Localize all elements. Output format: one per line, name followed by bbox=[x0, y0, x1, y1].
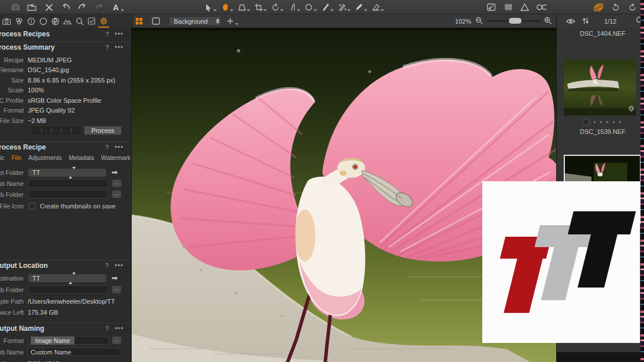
pan-hand-icon[interactable] bbox=[220, 2, 230, 12]
format-input[interactable]: Image Name bbox=[28, 336, 109, 345]
redo-icon[interactable] bbox=[77, 2, 87, 12]
zoom-in-icon[interactable] bbox=[544, 16, 552, 27]
sample-row: Sample DSC_1540 bbox=[0, 358, 132, 362]
exposure-evaluation-icon[interactable] bbox=[486, 2, 496, 12]
process-recipes-header[interactable]: Process Recipes ? ••• bbox=[0, 29, 132, 39]
sub-name-token-button[interactable]: ... bbox=[112, 180, 121, 187]
job-name-input[interactable]: Custom Name bbox=[28, 348, 120, 356]
zoom-out-icon[interactable] bbox=[475, 16, 483, 27]
close-icon[interactable] bbox=[44, 2, 54, 12]
process-recipe-header[interactable]: Process Recipe ? ••• bbox=[0, 141, 132, 152]
erase-mask-icon[interactable] bbox=[371, 2, 381, 12]
sub-name-input[interactable] bbox=[28, 179, 109, 188]
stepper-icon bbox=[216, 18, 219, 24]
zoom-slider-thumb[interactable] bbox=[509, 18, 522, 24]
import-icon[interactable] bbox=[27, 2, 37, 12]
camera-icon[interactable] bbox=[10, 2, 20, 12]
open-folder-arrow-icon[interactable]: ➡ bbox=[111, 169, 118, 176]
more-button[interactable]: ••• bbox=[114, 143, 124, 151]
lens-tab-icon[interactable] bbox=[49, 15, 61, 28]
sort-icon[interactable] bbox=[582, 16, 589, 27]
details-tab-icon[interactable] bbox=[73, 15, 85, 28]
thumbnail-settings-gear-icon[interactable] bbox=[628, 104, 635, 114]
more-button[interactable]: ••• bbox=[114, 324, 124, 333]
process-summary-header[interactable]: Process Summary ? ••• bbox=[0, 42, 132, 52]
rotate-left-icon[interactable] bbox=[611, 2, 620, 12]
thumbnail-checkbox[interactable] bbox=[583, 119, 589, 125]
select-cursor-icon[interactable] bbox=[203, 2, 213, 12]
exposure-warning-icon[interactable] bbox=[520, 2, 530, 12]
layer-select[interactable]: Background bbox=[169, 16, 222, 26]
batch-tab-icon[interactable] bbox=[85, 15, 98, 28]
logo-t-red bbox=[486, 237, 552, 313]
rating-dot[interactable] bbox=[619, 121, 621, 123]
create-thumbnails-checkbox[interactable] bbox=[29, 203, 36, 210]
more-button[interactable]: ••• bbox=[114, 262, 124, 270]
grid-icon[interactable] bbox=[503, 2, 513, 12]
help-button[interactable]: ? bbox=[105, 325, 109, 332]
more-button[interactable]: ••• bbox=[114, 43, 124, 51]
undo-icon[interactable] bbox=[61, 2, 70, 12]
rating-dot[interactable] bbox=[594, 121, 595, 123]
tab-metadata[interactable]: Metadata bbox=[69, 154, 94, 163]
panel-title: Process Recipes bbox=[0, 30, 105, 38]
redo-alt-icon[interactable] bbox=[94, 2, 104, 12]
destination-row: Destination TT ➡ bbox=[0, 273, 132, 283]
eye-filter-icon[interactable] bbox=[566, 16, 575, 27]
thumbnail-rating[interactable] bbox=[583, 119, 621, 125]
help-button[interactable]: ? bbox=[105, 44, 109, 51]
process-button[interactable]: Process bbox=[84, 126, 122, 135]
clone-brush-icon[interactable] bbox=[337, 2, 347, 12]
straighten-icon[interactable] bbox=[287, 2, 297, 12]
root-folder-select[interactable]: TT bbox=[28, 168, 107, 177]
format-token-button[interactable]: ... bbox=[112, 337, 121, 344]
process-tab-icon[interactable] bbox=[98, 15, 110, 28]
color-wheel-tab-icon[interactable] bbox=[13, 15, 25, 28]
rating-dot[interactable] bbox=[600, 121, 602, 123]
zoom-percent: 102% bbox=[455, 18, 471, 25]
add-layer-icon[interactable] bbox=[225, 16, 235, 26]
tab-watermark[interactable]: Watermark bbox=[101, 154, 131, 163]
rating-dot[interactable] bbox=[606, 121, 608, 123]
tab-adjustments[interactable]: Adjustments bbox=[28, 154, 62, 163]
circle-mask-icon[interactable] bbox=[304, 2, 314, 12]
help-button[interactable]: ? bbox=[105, 31, 109, 38]
crop-icon[interactable] bbox=[254, 2, 263, 12]
exposure-tab-icon[interactable] bbox=[61, 15, 73, 28]
summary-row: Filename DSC_1540.jpg bbox=[0, 65, 132, 76]
annotations-icon[interactable]: A bbox=[111, 2, 121, 12]
heal-brush-icon[interactable] bbox=[321, 2, 330, 12]
more-button[interactable]: ••• bbox=[114, 30, 124, 38]
styles-tab-icon[interactable] bbox=[37, 15, 49, 28]
panel-title: Process Recipe bbox=[0, 143, 105, 151]
help-button[interactable]: ? bbox=[105, 144, 109, 151]
tool-tab-strip bbox=[0, 14, 132, 28]
help-button[interactable]: ? bbox=[105, 262, 109, 269]
rating-dot[interactable] bbox=[613, 121, 615, 123]
sub-folder-input[interactable] bbox=[28, 190, 109, 199]
multi-view-icon[interactable] bbox=[134, 16, 144, 26]
zoom-slider[interactable] bbox=[487, 20, 540, 22]
proof-icon[interactable] bbox=[537, 2, 546, 12]
output-naming-header[interactable]: Output Naming ? ••• bbox=[0, 323, 132, 333]
tab-file[interactable]: File bbox=[12, 154, 21, 163]
location-sub-folder-input[interactable] bbox=[28, 285, 109, 294]
proof-margin-icon[interactable] bbox=[151, 16, 161, 26]
info-tab-icon[interactable] bbox=[25, 15, 37, 28]
location-sub-folder-token-button[interactable]: ... bbox=[112, 286, 121, 293]
summary-row: ICC Profile sRGB Color Space Profile bbox=[0, 95, 132, 106]
sub-folder-token-button[interactable]: ... bbox=[112, 191, 121, 198]
keystone-icon[interactable] bbox=[237, 2, 247, 12]
thumbnail-dsc-1539[interactable] bbox=[564, 59, 636, 115]
open-destination-arrow-icon[interactable]: ➡ bbox=[111, 274, 118, 282]
rotate-right-icon[interactable] bbox=[627, 2, 637, 12]
rotate-icon[interactable] bbox=[270, 2, 280, 12]
draw-mask-icon[interactable] bbox=[354, 2, 364, 12]
copy-adjustments-icon[interactable] bbox=[594, 2, 604, 12]
capture-tab-icon[interactable] bbox=[1, 15, 13, 28]
destination-select[interactable]: TT bbox=[28, 274, 107, 283]
tab-basic[interactable]: Basic bbox=[0, 154, 5, 163]
format-token[interactable]: Image Name bbox=[31, 337, 75, 345]
output-location-header[interactable]: Output Location ? ••• bbox=[0, 260, 132, 270]
summary-row: Size 8.86 x 6.85 in (2659 x 2055 px) bbox=[0, 74, 132, 85]
